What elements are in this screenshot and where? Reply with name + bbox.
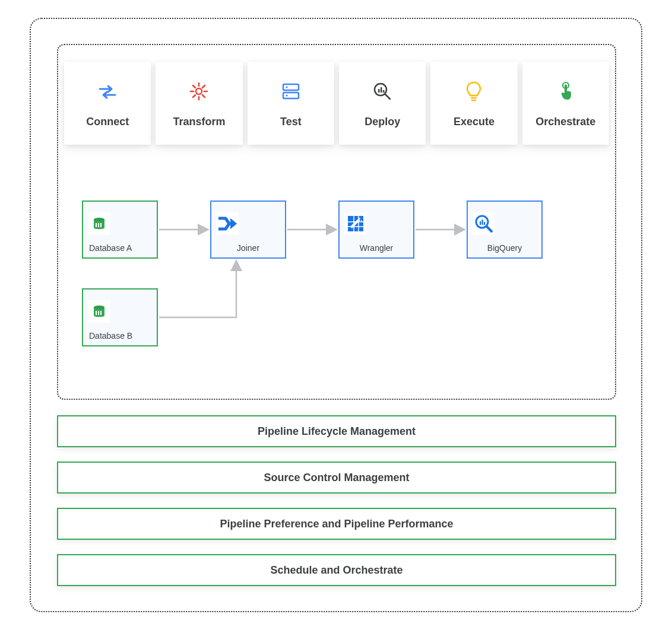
touch-icon bbox=[556, 81, 576, 101]
node-label: BigQuery bbox=[468, 243, 541, 257]
svg-line-29 bbox=[487, 227, 492, 231]
svg-point-26 bbox=[359, 218, 360, 219]
bar-schedule: Schedule and Orchestrate bbox=[57, 554, 616, 586]
stage-label: Orchestrate bbox=[535, 116, 595, 128]
stage-connect: Connect bbox=[64, 62, 151, 145]
svg-point-0 bbox=[196, 88, 202, 94]
svg-rect-18 bbox=[96, 311, 97, 315]
stage-label: Connect bbox=[86, 116, 129, 128]
stage-execute: Execute bbox=[430, 62, 517, 145]
stage-row: Connect Transform Test bbox=[64, 62, 609, 145]
svg-rect-1 bbox=[283, 84, 299, 90]
stage-orchestrate: Orchestrate bbox=[522, 62, 609, 145]
chart-magnify-icon bbox=[372, 81, 392, 101]
stage-label: Test bbox=[280, 116, 302, 128]
svg-rect-14 bbox=[96, 223, 97, 227]
svg-rect-19 bbox=[98, 311, 99, 315]
database-icon bbox=[88, 212, 110, 235]
svg-point-3 bbox=[286, 86, 287, 88]
bar-lifecycle: Pipeline Lifecycle Management bbox=[57, 415, 616, 447]
server-icon bbox=[281, 81, 301, 101]
svg-point-17 bbox=[94, 306, 104, 309]
node-label: Database A bbox=[83, 243, 157, 257]
bigquery-icon bbox=[473, 212, 495, 235]
wrangler-icon bbox=[344, 212, 367, 235]
svg-line-6 bbox=[385, 94, 390, 99]
svg-point-4 bbox=[286, 94, 287, 96]
svg-rect-2 bbox=[283, 93, 299, 98]
stage-label: Execute bbox=[454, 116, 495, 128]
svg-point-27 bbox=[361, 220, 362, 221]
stage-transform: Transform bbox=[156, 62, 242, 145]
node-joiner: Joiner bbox=[210, 201, 286, 259]
swap-arrows-icon bbox=[97, 81, 118, 101]
node-database-b: Database B bbox=[82, 288, 158, 346]
bar-perf: Pipeline Preference and Pipeline Perform… bbox=[57, 508, 616, 540]
lightbulb-icon bbox=[464, 81, 484, 101]
joiner-icon bbox=[216, 212, 239, 235]
stage-label: Transform bbox=[173, 116, 225, 128]
bar-source-ctrl: Source Control Management bbox=[57, 462, 616, 494]
svg-rect-8 bbox=[381, 87, 382, 93]
node-label: Database B bbox=[83, 331, 157, 345]
node-label: Wrangler bbox=[340, 243, 413, 257]
stage-deploy: Deploy bbox=[339, 62, 426, 145]
node-wrangler: Wrangler bbox=[338, 201, 414, 259]
svg-rect-32 bbox=[484, 222, 485, 225]
svg-point-13 bbox=[94, 218, 104, 221]
gear-icon bbox=[189, 81, 209, 101]
svg-rect-30 bbox=[480, 221, 481, 225]
capability-bars: Pipeline Lifecycle Management Source Con… bbox=[57, 415, 616, 586]
svg-rect-16 bbox=[100, 223, 102, 227]
svg-rect-9 bbox=[383, 90, 385, 93]
svg-rect-15 bbox=[98, 223, 99, 227]
database-icon bbox=[88, 300, 110, 323]
svg-rect-20 bbox=[100, 311, 102, 315]
node-database-a: Database A bbox=[82, 201, 158, 259]
stage-test: Test bbox=[248, 62, 334, 145]
svg-rect-7 bbox=[378, 89, 380, 93]
node-label: Joiner bbox=[211, 243, 285, 257]
node-bigquery: BigQuery bbox=[467, 201, 543, 259]
svg-rect-31 bbox=[482, 219, 483, 225]
stage-label: Deploy bbox=[364, 116, 400, 128]
